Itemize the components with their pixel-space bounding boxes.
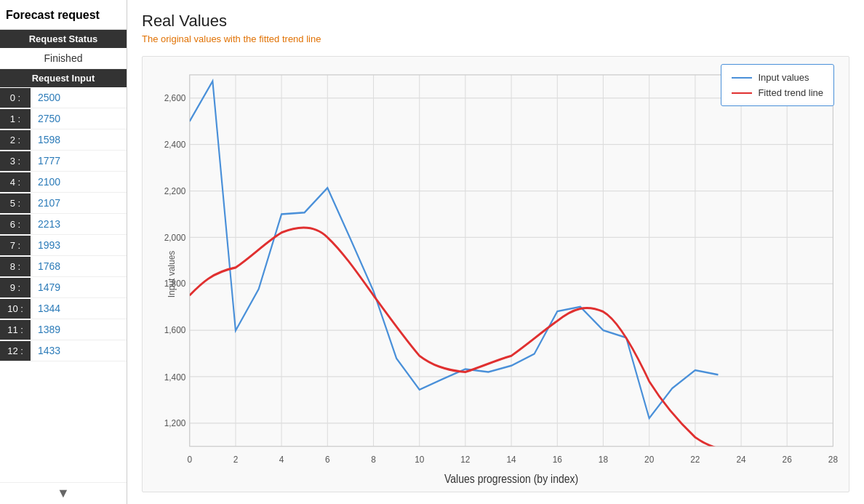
sidebar-item-value: 1344 <box>31 298 68 319</box>
svg-text:Values progression (by index): Values progression (by index) <box>444 472 578 485</box>
legend-input-label: Input values <box>758 72 809 83</box>
legend-input-values: Input values <box>732 72 823 83</box>
legend: Input values Fitted trend line <box>721 64 834 106</box>
sidebar-item-index: 5 : <box>0 193 31 213</box>
sidebar-item-value: 1768 <box>31 256 68 276</box>
chart-container: Input values <box>142 56 849 492</box>
sidebar-item: 9 :1479 <box>0 277 127 298</box>
sidebar-item-index: 1 : <box>0 109 31 129</box>
svg-text:12: 12 <box>460 453 470 465</box>
svg-text:10: 10 <box>415 453 424 465</box>
sidebar-item-value: 1777 <box>31 151 68 171</box>
svg-text:2,000: 2,000 <box>164 231 186 243</box>
legend-input-line <box>732 77 752 79</box>
scroll-indicator: ▼ <box>0 482 127 504</box>
svg-text:2,600: 2,600 <box>164 92 186 103</box>
legend-trend-line-swatch <box>732 92 752 94</box>
svg-text:1,600: 1,600 <box>164 324 186 335</box>
main-content: Real Values The original values with the… <box>127 0 864 504</box>
y-axis-label: Input values <box>167 251 177 298</box>
sidebar-item-index: 0 : <box>0 88 31 108</box>
sidebar-item: 7 :1993 <box>0 235 127 256</box>
sidebar-item-value: 1479 <box>31 277 68 297</box>
svg-text:4: 4 <box>279 453 284 465</box>
svg-text:26: 26 <box>783 453 792 465</box>
svg-text:1,200: 1,200 <box>164 417 186 428</box>
legend-trend-line: Fitted trend line <box>732 87 823 98</box>
sidebar-title: Forecast request <box>0 0 127 30</box>
status-value: Finished <box>0 48 127 69</box>
sidebar-item-index: 9 : <box>0 278 31 297</box>
svg-text:2: 2 <box>233 453 239 465</box>
svg-text:2,400: 2,400 <box>164 138 186 150</box>
svg-text:20: 20 <box>644 453 654 465</box>
svg-text:0: 0 <box>187 453 192 465</box>
sidebar-item: 0 :2500 <box>0 87 127 108</box>
sidebar-item: 8 :1768 <box>0 256 127 277</box>
sidebar-item: 10 :1344 <box>0 298 127 319</box>
svg-text:16: 16 <box>553 453 562 465</box>
sidebar-item-value: 1433 <box>31 340 68 361</box>
sidebar-item-value: 2107 <box>31 193 68 213</box>
sidebar-item-index: 10 : <box>0 299 31 319</box>
svg-text:8: 8 <box>371 453 376 465</box>
sidebar-item-value: 2500 <box>31 87 68 108</box>
sidebar-item: 12 :1433 <box>0 340 127 361</box>
input-values-line <box>190 81 719 418</box>
sidebar-item: 11 :1389 <box>0 319 127 340</box>
sidebar-item: 1 :2750 <box>0 108 127 129</box>
sidebar-item-index: 4 : <box>0 172 31 192</box>
sidebar-item: 5 :2107 <box>0 193 127 214</box>
legend-trend-label: Fitted trend line <box>758 87 823 98</box>
sidebar-item-value: 2213 <box>31 214 68 234</box>
sidebar: Forecast request Request Status Finished… <box>0 0 127 504</box>
chart-title: Real Values <box>142 12 849 31</box>
sidebar-item-index: 7 : <box>0 236 31 255</box>
sidebar-list[interactable]: 0 :25001 :27502 :15983 :17774 :21005 :21… <box>0 87 127 482</box>
chart-svg: 2,600 2,400 2,200 2,000 1,800 1,600 1,40… <box>143 57 849 492</box>
sidebar-item-value: 1993 <box>31 235 68 255</box>
sidebar-item-index: 3 : <box>0 151 31 171</box>
sidebar-item-value: 2750 <box>31 108 68 129</box>
sidebar-item-value: 1389 <box>31 319 68 340</box>
chart-subtitle: The original values with the fitted tren… <box>142 33 849 44</box>
sidebar-item-index: 2 : <box>0 130 31 150</box>
sidebar-item-index: 8 : <box>0 257 31 276</box>
status-header: Request Status <box>0 30 127 48</box>
sidebar-item-value: 1598 <box>31 129 68 150</box>
fitted-trend-line <box>190 228 739 454</box>
svg-text:24: 24 <box>736 453 745 465</box>
svg-text:22: 22 <box>690 453 700 465</box>
sidebar-item-index: 11 : <box>0 320 31 340</box>
sidebar-item: 2 :1598 <box>0 129 127 151</box>
svg-text:6: 6 <box>325 453 330 465</box>
svg-text:28: 28 <box>828 453 838 465</box>
sidebar-item: 6 :2213 <box>0 214 127 235</box>
sidebar-item-index: 12 : <box>0 341 31 361</box>
svg-text:14: 14 <box>506 453 516 465</box>
sidebar-item-index: 6 : <box>0 215 31 234</box>
svg-text:18: 18 <box>599 453 608 465</box>
svg-text:1,400: 1,400 <box>164 371 186 383</box>
sidebar-item: 4 :2100 <box>0 172 127 193</box>
svg-text:2,200: 2,200 <box>164 185 186 197</box>
input-header: Request Input <box>0 69 127 87</box>
sidebar-item-value: 2100 <box>31 172 68 192</box>
sidebar-item: 3 :1777 <box>0 151 127 172</box>
